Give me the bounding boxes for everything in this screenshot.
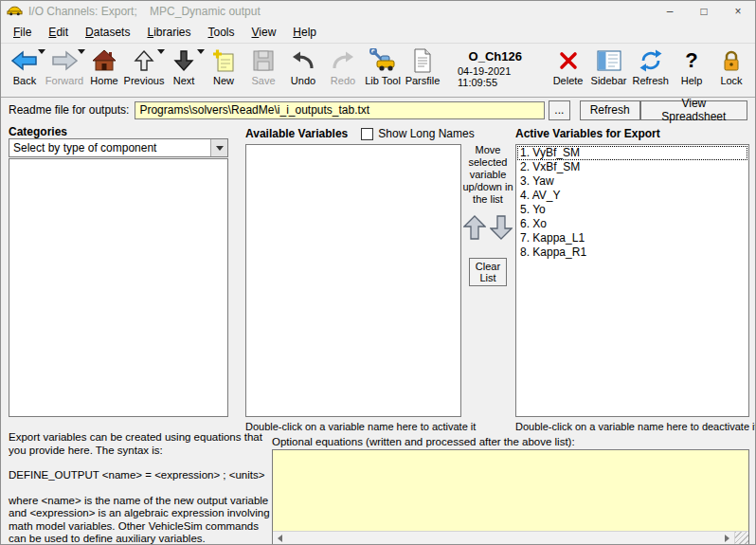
readme-path-field[interactable]: Programs\solvers\ReadMe\i_i_outputs_tab.…	[135, 101, 545, 119]
lib-tool-icon	[369, 46, 396, 75]
delete-x-icon	[558, 46, 579, 75]
delete-button[interactable]: Delete	[549, 46, 587, 87]
lock-button[interactable]: Lock	[712, 46, 750, 87]
previous-dropdown-icon[interactable]	[157, 49, 165, 54]
save-label: Save	[251, 75, 275, 87]
list-item[interactable]: 4. AV_Y	[517, 189, 747, 203]
document-icon	[412, 46, 433, 75]
list-item[interactable]: 7. Kappa_L1	[517, 231, 747, 245]
up-arrow-icon	[133, 46, 155, 75]
dropdown-selected-value: Select by type of component	[9, 139, 210, 156]
previous-label: Previous	[124, 75, 165, 87]
save-button[interactable]: Save	[244, 46, 282, 87]
syntax-define-line: DEFINE_OUTPUT <name> = <expression> ; <u…	[9, 469, 270, 482]
close-button[interactable]: ×	[721, 1, 755, 22]
syntax-help-text: Export variables can be created using eq…	[9, 431, 270, 545]
clear-list-button[interactable]: Clear List	[469, 258, 507, 286]
available-caption: Double-click on a variable name here to …	[245, 421, 476, 432]
question-mark-icon: ?	[685, 46, 697, 75]
dataset-timestamp: 04-19-2021 11:09:55	[458, 65, 533, 88]
list-item[interactable]: 6. Xo	[517, 217, 747, 231]
list-item[interactable]: 8. Kappa_R1	[517, 245, 747, 260]
variable-mover-panel: Move selected variable up/down in the li…	[462, 144, 513, 286]
menu-edit[interactable]: Edit	[40, 23, 77, 42]
readme-label: Readme file for outputs:	[9, 103, 129, 117]
view-spreadsheet-button[interactable]: View Spreadsheet	[640, 100, 747, 120]
readme-row: Readme file for outputs: Programs\solver…	[1, 98, 755, 122]
maximize-button[interactable]: □	[687, 1, 721, 22]
mover-instruction: Move selected variable up/down in the li…	[462, 144, 513, 206]
previous-button[interactable]: Previous	[125, 46, 163, 87]
window-controls: – □ ×	[653, 1, 755, 22]
list-item[interactable]: 5. Yo	[517, 203, 747, 217]
help-label: Help	[681, 75, 703, 87]
active-variables-title: Active Variables for Export	[515, 127, 660, 140]
forward-arrow-icon	[51, 46, 78, 75]
down-arrow-icon	[172, 46, 195, 75]
sidebar-panel-icon	[597, 46, 621, 75]
app-window: I/O Channels: Export; MPC_Dynamic output…	[0, 0, 756, 545]
refresh-button[interactable]: Refresh	[630, 46, 671, 87]
lib-tool-button[interactable]: Lib Tool	[364, 46, 402, 87]
show-long-names-label: Show Long Names	[378, 127, 474, 140]
show-long-names-checkbox[interactable]	[361, 128, 373, 140]
menu-datasets[interactable]: Datasets	[77, 23, 138, 42]
next-dropdown-icon[interactable]	[197, 49, 205, 54]
undo-label: Undo	[291, 75, 315, 87]
undo-icon	[291, 46, 315, 75]
resize-grip[interactable]	[734, 531, 748, 545]
optional-equations-textarea[interactable]	[273, 450, 736, 531]
toolbar: Back Forward Home	[1, 43, 755, 98]
syntax-detail: where <name> is the name of the new outp…	[9, 495, 270, 545]
lib-tool-label: Lib Tool	[365, 75, 401, 87]
chevron-right-icon	[725, 535, 729, 542]
new-note-icon	[211, 46, 236, 75]
menu-tools[interactable]: Tools	[199, 23, 243, 42]
dropdown-arrow-button[interactable]	[210, 139, 227, 156]
category-type-dropdown[interactable]: Select by type of component	[9, 138, 228, 157]
move-up-button[interactable]	[463, 215, 486, 243]
menu-libraries[interactable]: Libraries	[138, 23, 199, 42]
available-variables-title: Available Variables	[245, 127, 348, 140]
dataset-title-block: O_Ch126 04-19-2021 11:09:55	[458, 46, 533, 90]
menu-file[interactable]: File	[5, 23, 40, 42]
sidebar-button[interactable]: Sidebar	[589, 46, 629, 87]
horizontal-scrollbar[interactable]	[273, 531, 734, 545]
home-button[interactable]: Home	[85, 46, 123, 87]
next-button[interactable]: Next	[165, 46, 203, 87]
new-button[interactable]: New	[205, 46, 243, 87]
back-arrow-icon	[11, 46, 38, 75]
window-title: I/O Channels: Export; MPC_Dynamic output	[28, 5, 261, 18]
minimize-button[interactable]: –	[653, 1, 687, 22]
scroll-right-button[interactable]	[720, 532, 734, 545]
categories-title: Categories	[9, 125, 67, 138]
back-label: Back	[13, 75, 36, 87]
parsfile-button[interactable]: Parsfile	[404, 46, 441, 87]
list-item[interactable]: 3. Yaw	[517, 174, 747, 189]
list-item[interactable]: 1. VyBf_SM	[517, 146, 747, 160]
next-label: Next	[173, 75, 195, 87]
back-button[interactable]: Back	[6, 46, 44, 87]
categories-listbox[interactable]	[9, 158, 228, 417]
syntax-intro: Export variables can be created using eq…	[9, 431, 270, 457]
list-item[interactable]: 2. VxBf_SM	[517, 160, 747, 174]
help-button[interactable]: ? Help	[673, 46, 711, 87]
lock-label: Lock	[720, 75, 742, 87]
back-dropdown-icon[interactable]	[38, 49, 45, 54]
browse-button[interactable]: ...	[549, 100, 570, 120]
undo-button[interactable]: Undo	[284, 46, 322, 87]
delete-label: Delete	[553, 75, 584, 87]
scroll-left-button[interactable]	[273, 532, 287, 545]
home-icon	[92, 46, 117, 75]
menu-view[interactable]: View	[243, 23, 285, 42]
move-down-button[interactable]	[490, 215, 513, 243]
optional-equations-label: Optional equations (written and processe…	[272, 436, 575, 447]
forward-dropdown-icon[interactable]	[78, 49, 85, 54]
readme-refresh-button[interactable]: Refresh	[580, 100, 640, 120]
available-variables-listbox[interactable]	[245, 144, 461, 417]
parsfile-label: Parsfile	[405, 75, 441, 87]
forward-button[interactable]: Forward	[45, 46, 83, 87]
redo-button[interactable]: Redo	[324, 46, 362, 87]
menu-help[interactable]: Help	[284, 23, 325, 42]
active-variables-listbox[interactable]: 1. VyBf_SM2. VxBf_SM3. Yaw4. AV_Y5. Yo6.…	[515, 144, 749, 417]
